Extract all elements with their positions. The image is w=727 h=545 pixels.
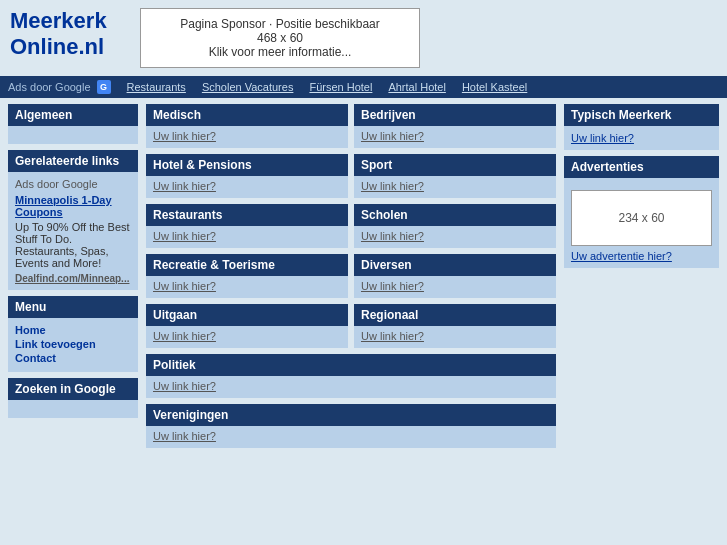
sponsor-line2: 468 x 60: [161, 31, 399, 45]
cat-sport-body: Uw link hier?: [354, 176, 556, 198]
cat-scholen-link[interactable]: Uw link hier?: [361, 230, 424, 242]
nav-link-ahrtal[interactable]: Ahrtal Hotel: [388, 81, 445, 93]
algemeen-title: Algemeen: [8, 104, 138, 126]
advertentie-link[interactable]: Uw advertentie hier?: [571, 250, 672, 262]
right-sidebar: Typisch Meerkerk Uw link hier? Advertent…: [564, 104, 719, 268]
cat-regionaal-body: Uw link hier?: [354, 326, 556, 348]
ad-link[interactable]: Minneapolis 1-Day Coupons: [15, 194, 131, 218]
menu-contact[interactable]: Contact: [15, 352, 131, 364]
ad-more-link[interactable]: Dealfind.com/Minneap...: [15, 273, 129, 284]
cat-restaurants-body: Uw link hier?: [146, 226, 348, 248]
cat-politiek: Politiek Uw link hier?: [146, 354, 556, 398]
cat-recreatie-title: Recreatie & Toerisme: [146, 254, 348, 276]
menu-section: Menu Home Link toevoegen Contact: [8, 296, 138, 372]
cat-uitgaan-body: Uw link hier?: [146, 326, 348, 348]
cat-verenigingen: Verenigingen Uw link hier?: [146, 404, 556, 448]
cat-scholen-body: Uw link hier?: [354, 226, 556, 248]
categories-grid: Medisch Uw link hier? Bedrijven Uw link …: [146, 104, 556, 448]
cat-bedrijven: Bedrijven Uw link hier?: [354, 104, 556, 148]
sponsor-line3: Klik voor meer informatie...: [161, 45, 399, 59]
algemeen-section: Algemeen: [8, 104, 138, 144]
cat-verenigingen-title: Verenigingen: [146, 404, 556, 426]
advertenties-title: Advertenties: [564, 156, 719, 178]
nav-link-restaurants[interactable]: Restaurants: [127, 81, 186, 93]
cat-uitgaan-title: Uitgaan: [146, 304, 348, 326]
cat-diversen-body: Uw link hier?: [354, 276, 556, 298]
ads-google-sidebar: Ads door Google: [15, 178, 131, 190]
cat-recreatie: Recreatie & Toerisme Uw link hier?: [146, 254, 348, 298]
cat-uitgaan: Uitgaan Uw link hier?: [146, 304, 348, 348]
typisch-link[interactable]: Uw link hier?: [571, 132, 634, 144]
related-links-body: Ads door Google Minneapolis 1-Day Coupon…: [8, 172, 138, 290]
typisch-title: Typisch Meerkerk: [564, 104, 719, 126]
cat-recreatie-body: Uw link hier?: [146, 276, 348, 298]
menu-link-toevoegen[interactable]: Link toevoegen: [15, 338, 131, 350]
nav-link-kasteel[interactable]: Hotel Kasteel: [462, 81, 527, 93]
menu-title: Menu: [8, 296, 138, 318]
cat-regionaal: Regionaal Uw link hier?: [354, 304, 556, 348]
nav-link-fursen[interactable]: Fürsen Hotel: [309, 81, 372, 93]
cat-regionaal-title: Regionaal: [354, 304, 556, 326]
cat-hotel: Hotel & Pensions Uw link hier?: [146, 154, 348, 198]
related-links-section: Gerelateerde links Ads door Google Minne…: [8, 150, 138, 290]
cat-politiek-body: Uw link hier?: [146, 376, 556, 398]
cat-politiek-link[interactable]: Uw link hier?: [153, 380, 216, 392]
cat-scholen: Scholen Uw link hier?: [354, 204, 556, 248]
cat-sport-link[interactable]: Uw link hier?: [361, 180, 424, 192]
cat-diversen-title: Diversen: [354, 254, 556, 276]
cat-scholen-title: Scholen: [354, 204, 556, 226]
advertenties-body: 234 x 60 Uw advertentie hier?: [564, 178, 719, 268]
ad-placeholder: 234 x 60: [571, 190, 712, 246]
ad-text: Up To 90% Off the Best Stuff To Do. Rest…: [15, 221, 131, 269]
typisch-body: Uw link hier?: [564, 126, 719, 150]
typisch-section: Typisch Meerkerk Uw link hier?: [564, 104, 719, 150]
cat-hotel-body: Uw link hier?: [146, 176, 348, 198]
cat-recreatie-link[interactable]: Uw link hier?: [153, 280, 216, 292]
logo-line2: Online.nl: [10, 34, 120, 60]
main-layout: Algemeen Gerelateerde links Ads door Goo…: [0, 98, 727, 454]
sponsor-box[interactable]: Pagina Sponsor · Positie beschikbaar 468…: [140, 8, 420, 68]
cat-restaurants-title: Restaurants: [146, 204, 348, 226]
cat-hotel-link[interactable]: Uw link hier?: [153, 180, 216, 192]
cat-medisch-link[interactable]: Uw link hier?: [153, 130, 216, 142]
cat-verenigingen-body: Uw link hier?: [146, 426, 556, 448]
cat-sport: Sport Uw link hier?: [354, 154, 556, 198]
cat-restaurants: Restaurants Uw link hier?: [146, 204, 348, 248]
related-links-title: Gerelateerde links: [8, 150, 138, 172]
search-title: Zoeken in Google: [8, 378, 138, 400]
navbar: Ads door Google G Restaurants Scholen Va…: [0, 76, 727, 98]
cat-diversen-link[interactable]: Uw link hier?: [361, 280, 424, 292]
cat-diversen: Diversen Uw link hier?: [354, 254, 556, 298]
cat-bedrijven-title: Bedrijven: [354, 104, 556, 126]
cat-medisch-body: Uw link hier?: [146, 126, 348, 148]
cat-hotel-title: Hotel & Pensions: [146, 154, 348, 176]
menu-home[interactable]: Home: [15, 324, 131, 336]
cat-politiek-title: Politiek: [146, 354, 556, 376]
cat-medisch-title: Medisch: [146, 104, 348, 126]
cat-sport-title: Sport: [354, 154, 556, 176]
sponsor-line1: Pagina Sponsor · Positie beschikbaar: [161, 17, 399, 31]
search-body: [8, 400, 138, 418]
cat-uitgaan-link[interactable]: Uw link hier?: [153, 330, 216, 342]
logo-line1: Meerkerk: [10, 8, 120, 34]
cat-medisch: Medisch Uw link hier?: [146, 104, 348, 148]
cat-verenigingen-link[interactable]: Uw link hier?: [153, 430, 216, 442]
cat-bedrijven-body: Uw link hier?: [354, 126, 556, 148]
logo: Meerkerk Online.nl: [10, 8, 120, 61]
nav-link-scholen[interactable]: Scholen Vacatures: [202, 81, 294, 93]
header: Meerkerk Online.nl Pagina Sponsor · Posi…: [0, 0, 727, 76]
algemeen-body: [8, 126, 138, 144]
google-ads-icon: G: [97, 80, 111, 94]
cat-regionaal-link[interactable]: Uw link hier?: [361, 330, 424, 342]
ads-google-label: Ads door Google G: [8, 80, 111, 94]
cat-restaurants-link[interactable]: Uw link hier?: [153, 230, 216, 242]
advertenties-section: Advertenties 234 x 60 Uw advertentie hie…: [564, 156, 719, 268]
search-section: Zoeken in Google: [8, 378, 138, 418]
left-sidebar: Algemeen Gerelateerde links Ads door Goo…: [8, 104, 138, 418]
cat-bedrijven-link[interactable]: Uw link hier?: [361, 130, 424, 142]
menu-body: Home Link toevoegen Contact: [8, 318, 138, 372]
